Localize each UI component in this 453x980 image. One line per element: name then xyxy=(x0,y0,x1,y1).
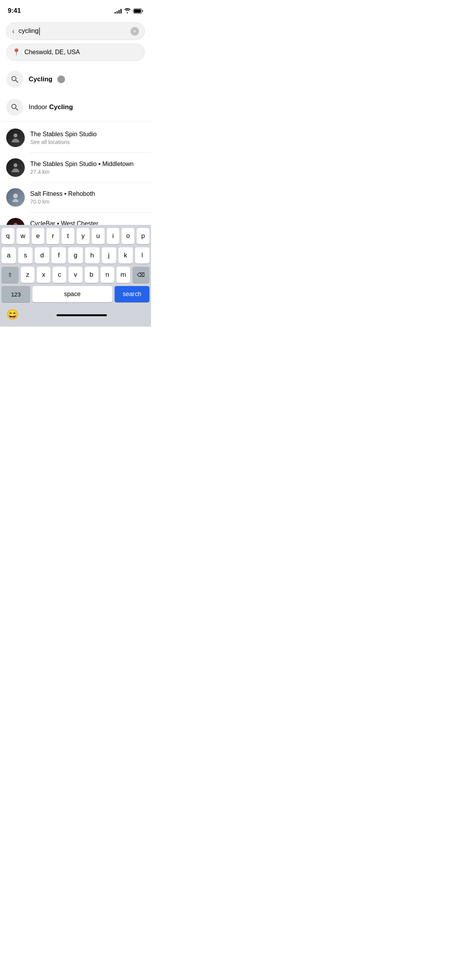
sport-dot xyxy=(57,75,65,83)
svg-point-6 xyxy=(14,134,17,137)
location-text: Cheswold, DE, USA xyxy=(24,49,80,56)
key-b[interactable]: b xyxy=(85,267,98,283)
key-z[interactable]: z xyxy=(21,267,34,283)
key-q[interactable]: q xyxy=(2,228,14,244)
svg-line-3 xyxy=(15,80,18,82)
key-t[interactable]: t xyxy=(62,228,74,244)
studio-avatar-stables-featured xyxy=(6,128,25,147)
key-s[interactable]: s xyxy=(18,247,33,264)
search-key[interactable]: search xyxy=(115,286,149,302)
keyboard-row-1: q w e r t y u i o p xyxy=(2,228,149,244)
result-distance-stables-middletown: 27.4 km xyxy=(30,169,134,175)
keyboard: q w e r t y u i o p a s d f g h j k l ⇧ … xyxy=(0,225,151,327)
key-j[interactable]: j xyxy=(102,247,116,264)
key-h[interactable]: h xyxy=(85,247,100,264)
clear-button[interactable]: × xyxy=(130,27,139,36)
main-divider xyxy=(0,121,151,122)
location-row[interactable]: 📍 Cheswold, DE, USA xyxy=(6,44,145,61)
key-d[interactable]: d xyxy=(35,247,49,264)
svg-point-7 xyxy=(14,163,17,167)
results-section: The Stables Spin Studio See all location… xyxy=(0,123,151,242)
status-icons xyxy=(115,8,143,14)
keyboard-row-2: a s d f g h j k l xyxy=(2,247,149,264)
key-x[interactable]: x xyxy=(37,267,50,283)
search-input[interactable]: cycling xyxy=(19,27,130,35)
result-stables-featured[interactable]: The Stables Spin Studio See all location… xyxy=(0,123,151,152)
key-g[interactable]: g xyxy=(68,247,82,264)
result-salt-fitness[interactable]: Salt Fitness • Rehoboth 70.0 km xyxy=(0,183,151,212)
studio-avatar-stables-middletown xyxy=(6,158,25,177)
key-y[interactable]: y xyxy=(77,228,89,244)
signal-icon xyxy=(115,8,122,14)
search-query-text: cycling xyxy=(19,27,39,34)
result-sub-stables-featured: See all locations xyxy=(30,139,97,145)
result-info-stables-featured: The Stables Spin Studio See all location… xyxy=(30,130,97,146)
emoji-bar: 😄 xyxy=(0,305,151,327)
emoji-button[interactable]: 😄 xyxy=(6,308,19,320)
suggestion-indoor-cycling[interactable]: Indoor Cycling xyxy=(0,93,151,121)
result-name-salt-fitness: Salt Fitness • Rehoboth xyxy=(30,190,95,198)
keyboard-bottom-row: 123 space search xyxy=(0,284,151,305)
suggestion-indoor-cycling-text: Indoor Cycling xyxy=(29,103,73,111)
numbers-key[interactable]: 123 xyxy=(2,286,30,302)
result-info-stables-middletown: The Stables Spin Studio • Middletown 27.… xyxy=(30,160,134,175)
key-c[interactable]: c xyxy=(53,267,66,283)
result-distance-salt-fitness: 70.0 km xyxy=(30,199,95,205)
key-v[interactable]: v xyxy=(69,267,82,283)
key-a[interactable]: a xyxy=(2,247,16,264)
search-icon-cycling xyxy=(6,71,23,88)
key-r[interactable]: r xyxy=(46,228,59,244)
search-area: ‹ cycling × 📍 Cheswold, DE, USA xyxy=(0,19,151,61)
key-p[interactable]: p xyxy=(137,228,149,244)
key-n[interactable]: n xyxy=(101,267,114,283)
key-l[interactable]: l xyxy=(135,247,149,264)
search-input-container[interactable]: ‹ cycling × xyxy=(6,22,145,40)
key-u[interactable]: u xyxy=(92,228,105,244)
space-key[interactable]: space xyxy=(33,286,112,302)
studio-avatar-salt-fitness xyxy=(6,188,25,207)
key-f[interactable]: f xyxy=(51,247,66,264)
result-stables-middletown[interactable]: The Stables Spin Studio • Middletown 27.… xyxy=(0,153,151,182)
home-indicator xyxy=(57,314,107,316)
key-m[interactable]: m xyxy=(117,267,130,283)
battery-icon xyxy=(133,9,143,14)
svg-point-8 xyxy=(13,194,18,198)
key-i[interactable]: i xyxy=(107,228,120,244)
keyboard-row-3: ⇧ z x c v b n m ⌫ xyxy=(2,267,149,283)
wifi-icon xyxy=(124,8,131,14)
svg-line-5 xyxy=(15,108,18,110)
status-bar: 9:41 xyxy=(0,0,151,19)
suggestion-cycling[interactable]: Cycling xyxy=(0,65,151,93)
status-time: 9:41 xyxy=(8,7,21,15)
key-k[interactable]: k xyxy=(118,247,133,264)
suggestion-cycling-text: Cycling xyxy=(29,75,65,84)
back-button[interactable]: ‹ xyxy=(12,27,15,36)
delete-key[interactable]: ⌫ xyxy=(132,267,149,283)
svg-rect-1 xyxy=(134,9,141,13)
cursor xyxy=(39,27,40,35)
result-name-stables-middletown: The Stables Spin Studio • Middletown xyxy=(30,160,134,168)
location-pin-icon: 📍 xyxy=(12,48,21,57)
key-o[interactable]: o xyxy=(122,228,134,244)
result-name-stables-featured: The Stables Spin Studio xyxy=(30,130,97,139)
key-e[interactable]: e xyxy=(32,228,45,244)
result-info-salt-fitness: Salt Fitness • Rehoboth 70.0 km xyxy=(30,190,95,205)
key-w[interactable]: w xyxy=(17,228,29,244)
search-icon-indoor-cycling xyxy=(6,99,23,116)
suggestions-list: Cycling Indoor Cycling xyxy=(0,65,151,121)
shift-key[interactable]: ⇧ xyxy=(2,267,19,283)
